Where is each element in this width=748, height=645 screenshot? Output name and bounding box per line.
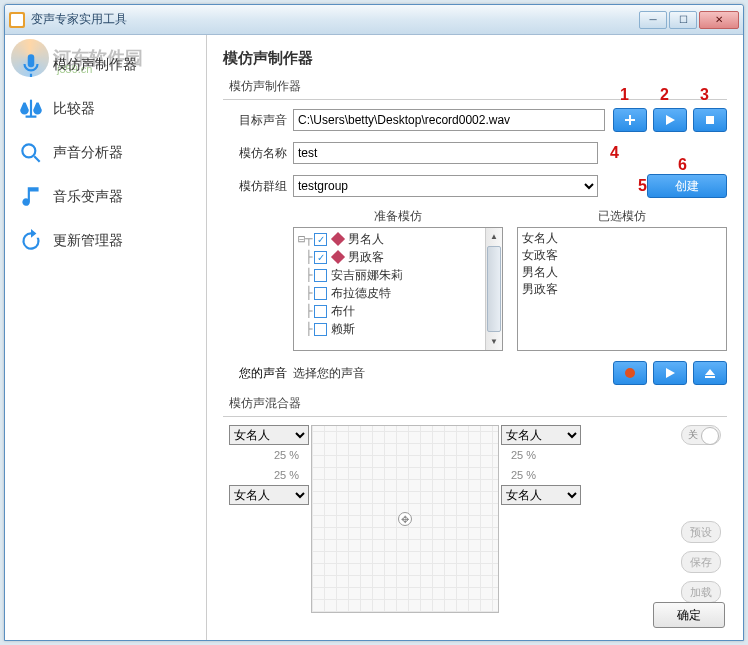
tree-item[interactable]: ├布拉德皮特	[298, 284, 483, 302]
imitate-group-select[interactable]: testgroup	[293, 175, 598, 197]
checkbox-icon[interactable]	[314, 323, 327, 336]
annotation-3: 3	[700, 86, 709, 104]
play-voice-button[interactable]	[653, 361, 687, 385]
diamond-icon	[331, 250, 345, 264]
main-panel: 模仿声制作器 模仿声制作器 1 2 3 目标声音 模仿名称	[207, 35, 743, 640]
sidebar-item-label: 比较器	[53, 100, 95, 118]
mixer-select-tr[interactable]: 女名人	[501, 425, 581, 445]
mixer-select-tl[interactable]: 女名人	[229, 425, 309, 445]
svg-point-2	[625, 368, 635, 378]
prepare-list[interactable]: ⊟┬✓男名人 ├✓男政客 ├安吉丽娜朱莉 ├布拉德皮特 ├布什 ├赖斯 ▲	[293, 227, 503, 351]
sidebar-item-label: 更新管理器	[53, 232, 123, 250]
annotation-5: 5	[638, 177, 647, 195]
selected-list[interactable]: 女名人 女政客 男名人 男政客	[517, 227, 727, 351]
app-window: 变声专家实用工具 ─ ☐ ✕ 河东软件园 j359.cn 模仿声制作器 比较器	[4, 4, 744, 641]
mixer-section-label: 模仿声混合器	[223, 395, 727, 412]
sidebar-item-imitation-maker[interactable]: 模仿声制作器	[9, 45, 202, 85]
sidebar: 河东软件园 j359.cn 模仿声制作器 比较器 声音分析器 音乐变声器	[5, 35, 207, 640]
pct-br: 25 %	[511, 469, 536, 481]
imitate-group-label: 模仿群组	[229, 178, 287, 195]
sidebar-item-comparator[interactable]: 比较器	[9, 89, 202, 129]
add-button[interactable]	[613, 108, 647, 132]
mic-icon	[17, 51, 45, 79]
diamond-icon	[331, 232, 345, 246]
tree-item[interactable]: ├赖斯	[298, 320, 483, 338]
pct-tl: 25 %	[274, 449, 299, 461]
annotation-4: 4	[610, 144, 619, 162]
scroll-up-icon[interactable]: ▲	[486, 228, 502, 245]
music-note-icon	[17, 183, 45, 211]
sidebar-item-label: 声音分析器	[53, 144, 123, 162]
eject-button[interactable]	[693, 361, 727, 385]
checkbox-icon[interactable]	[314, 269, 327, 282]
checkbox-icon[interactable]	[314, 287, 327, 300]
separator	[223, 416, 727, 417]
section-label-maker: 模仿声制作器	[223, 78, 727, 95]
scroll-thumb[interactable]	[487, 246, 501, 332]
pct-tr: 25 %	[511, 449, 536, 461]
maximize-button[interactable]: ☐	[669, 11, 697, 29]
list-item[interactable]: 女名人	[522, 230, 722, 247]
tree-item[interactable]: ├安吉丽娜朱莉	[298, 266, 483, 284]
list-item[interactable]: 女政客	[522, 247, 722, 264]
preset-button[interactable]: 预设	[681, 521, 721, 543]
load-mixer-button[interactable]: 加载	[681, 581, 721, 603]
sidebar-item-label: 音乐变声器	[53, 188, 123, 206]
annotation-6: 6	[678, 156, 687, 174]
target-voice-input[interactable]	[293, 109, 605, 131]
window-title: 变声专家实用工具	[31, 11, 639, 28]
tree-item[interactable]: ├布什	[298, 302, 483, 320]
stop-button[interactable]	[693, 108, 727, 132]
checkbox-icon[interactable]	[314, 305, 327, 318]
page-title: 模仿声制作器	[223, 49, 727, 68]
mixer-grid[interactable]: ✥	[311, 425, 499, 613]
list-item[interactable]: 男政客	[522, 281, 722, 298]
scroll-down-icon[interactable]: ▼	[486, 333, 502, 350]
target-voice-label: 目标声音	[229, 112, 287, 129]
mixer-select-bl[interactable]: 女名人	[229, 485, 309, 505]
tree-item[interactable]: ├✓男政客	[298, 248, 483, 266]
record-button[interactable]	[613, 361, 647, 385]
search-icon	[17, 139, 45, 167]
annotation-2: 2	[660, 86, 669, 104]
list-item[interactable]: 男名人	[522, 264, 722, 281]
titlebar[interactable]: 变声专家实用工具 ─ ☐ ✕	[5, 5, 743, 35]
close-button[interactable]: ✕	[699, 11, 739, 29]
your-voice-label: 您的声音	[229, 365, 287, 382]
sidebar-item-music-changer[interactable]: 音乐变声器	[9, 177, 202, 217]
mixer-handle[interactable]: ✥	[398, 512, 412, 526]
checkbox-icon[interactable]: ✓	[314, 251, 327, 264]
sidebar-item-label: 模仿声制作器	[53, 56, 137, 74]
play-button[interactable]	[653, 108, 687, 132]
mixer-select-br[interactable]: 女名人	[501, 485, 581, 505]
tree-item[interactable]: ⊟┬✓男名人	[298, 230, 483, 248]
create-button[interactable]: 创建	[647, 174, 727, 198]
imitate-name-input[interactable]	[293, 142, 598, 164]
annotation-1: 1	[620, 86, 629, 104]
app-icon	[9, 12, 25, 28]
ok-button[interactable]: 确定	[653, 602, 725, 628]
scale-icon	[17, 95, 45, 123]
svg-rect-1	[706, 116, 714, 124]
selected-list-title: 已选模仿	[517, 208, 727, 225]
prepare-list-title: 准备模仿	[293, 208, 503, 225]
minimize-button[interactable]: ─	[639, 11, 667, 29]
imitate-name-label: 模仿名称	[229, 145, 287, 162]
svg-point-0	[22, 144, 35, 157]
mixer-toggle[interactable]: 关	[681, 425, 721, 445]
pct-bl: 25 %	[274, 469, 299, 481]
sidebar-item-analyzer[interactable]: 声音分析器	[9, 133, 202, 173]
sidebar-item-update-manager[interactable]: 更新管理器	[9, 221, 202, 261]
scrollbar[interactable]: ▲ ▼	[485, 228, 502, 350]
save-mixer-button[interactable]: 保存	[681, 551, 721, 573]
refresh-icon	[17, 227, 45, 255]
checkbox-icon[interactable]: ✓	[314, 233, 327, 246]
your-voice-text: 选择您的声音	[293, 365, 605, 382]
separator	[223, 99, 727, 100]
